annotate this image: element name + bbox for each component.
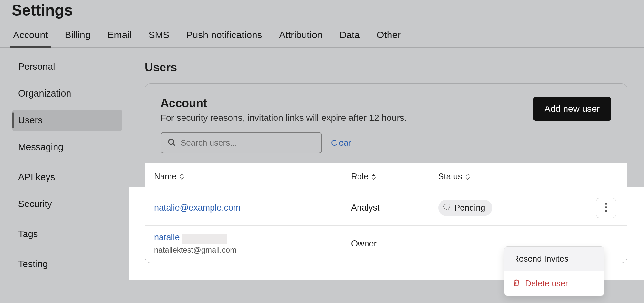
sidebar-item-organization[interactable]: Organization: [12, 83, 122, 104]
users-panel: Account For security reasons, invitation…: [145, 83, 627, 263]
sidebar-item-users[interactable]: Users: [12, 110, 122, 131]
table-row: natalie@example.com Analyst Pending: [145, 190, 627, 226]
trash-icon: [513, 278, 520, 288]
status-label: Pending: [454, 203, 485, 213]
status-pending-pill: Pending: [438, 200, 492, 216]
dropdown-resend-invites[interactable]: Resend Invites: [504, 247, 604, 271]
row-actions-button[interactable]: [596, 198, 616, 218]
sort-icon: [371, 174, 376, 180]
pending-spinner-icon: [443, 203, 451, 213]
dropdown-delete-user[interactable]: Delete user: [504, 271, 604, 296]
svg-line-1: [173, 144, 175, 145]
redacted-name: [182, 234, 227, 244]
svg-point-11: [605, 210, 607, 212]
sidebar-item-messaging[interactable]: Messaging: [12, 137, 122, 158]
column-status[interactable]: Status: [438, 172, 571, 182]
svg-marker-7: [466, 177, 470, 180]
cell-name: natalie@example.com: [154, 203, 351, 213]
panel-title: Account: [161, 97, 407, 110]
column-name-label: Name: [154, 172, 176, 182]
main-content: Users Account For security reasons, invi…: [129, 48, 644, 280]
tab-data[interactable]: Data: [339, 25, 360, 47]
column-name[interactable]: Name: [154, 172, 351, 182]
kebab-icon: [605, 203, 607, 214]
tab-billing[interactable]: Billing: [65, 25, 90, 47]
tab-other[interactable]: Other: [377, 25, 401, 47]
sidebar: Personal Organization Users Messaging AP…: [0, 48, 129, 280]
sort-icon: [180, 174, 184, 180]
dropdown-delete-label: Delete user: [525, 278, 568, 288]
tab-push-notifications[interactable]: Push notifications: [186, 25, 262, 47]
search-input-wrapper[interactable]: [161, 132, 322, 153]
svg-marker-6: [466, 174, 470, 176]
svg-marker-2: [180, 174, 184, 176]
sidebar-item-security[interactable]: Security: [12, 193, 122, 214]
user-link[interactable]: natalie: [154, 233, 180, 242]
row-actions-dropdown: Resend Invites Delete user: [504, 246, 604, 296]
cell-status: Pending: [438, 200, 571, 216]
search-input[interactable]: [181, 138, 316, 148]
clear-link[interactable]: Clear: [331, 138, 351, 148]
user-sub-email: nataliektest@gmail.com: [154, 246, 351, 255]
cell-role: Owner: [351, 239, 438, 249]
user-link[interactable]: natalie@example.com: [154, 203, 241, 213]
svg-point-10: [605, 206, 607, 208]
svg-marker-3: [180, 177, 184, 180]
panel-subtitle: For security reasons, invitation links w…: [161, 113, 407, 123]
cell-name: natalie nataliektest@gmail.com: [154, 233, 351, 255]
sidebar-item-personal[interactable]: Personal: [12, 56, 122, 77]
svg-point-9: [605, 203, 607, 205]
column-role[interactable]: Role: [351, 172, 438, 182]
page-title: Settings: [0, 0, 644, 25]
add-new-user-button[interactable]: Add new user: [533, 97, 611, 121]
column-role-label: Role: [351, 172, 368, 182]
sidebar-item-tags[interactable]: Tags: [12, 224, 122, 245]
sort-icon: [465, 174, 470, 180]
tab-account[interactable]: Account: [13, 25, 48, 47]
top-tabs: Account Billing Email SMS Push notificat…: [0, 25, 644, 48]
tab-sms[interactable]: SMS: [148, 25, 169, 47]
search-icon: [167, 138, 176, 148]
svg-point-8: [444, 204, 450, 210]
column-status-label: Status: [438, 172, 462, 182]
table-header: Name Role Status: [145, 163, 627, 190]
svg-marker-5: [372, 177, 376, 180]
tab-attribution[interactable]: Attribution: [279, 25, 323, 47]
tab-email[interactable]: Email: [107, 25, 131, 47]
svg-marker-4: [372, 174, 376, 176]
sidebar-item-testing[interactable]: Testing: [12, 254, 122, 275]
cell-role: Analyst: [351, 203, 438, 213]
main-heading: Users: [145, 61, 644, 74]
sidebar-item-api-keys[interactable]: API keys: [12, 167, 122, 188]
